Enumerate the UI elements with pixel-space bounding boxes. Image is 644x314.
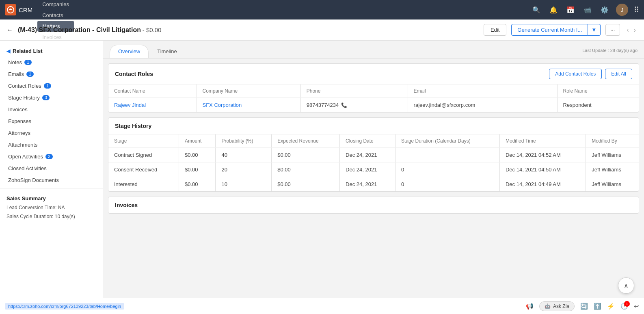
invoices-title: Invoices — [115, 202, 138, 208]
tabs-bar: Overview Timeline Last Update : 28 day(s… — [103, 41, 644, 58]
tab-timeline[interactable]: Timeline — [149, 45, 186, 58]
nav-item-contacts[interactable]: Contacts — [37, 10, 74, 21]
refresh-icon[interactable]: 🔄 — [580, 303, 588, 310]
related-list-heading[interactable]: ◀ Related List — [0, 44, 103, 56]
record-link[interactable]: SFX Corporation — [203, 102, 242, 108]
table-cell: Consent Received — [108, 162, 179, 177]
sidebar-item-expenses[interactable]: Expenses — [0, 115, 103, 127]
phone-cell: 98743774234📞 — [307, 102, 402, 108]
col-header-company-name: Company Name — [197, 84, 300, 98]
sidebar-item-invoices[interactable]: Invoices — [0, 104, 103, 115]
table-cell: Dec 24, 2021 — [340, 177, 395, 192]
sh-col-header-stage-duration-calendar-days-: Stage Duration (Calendar Days) — [395, 134, 499, 148]
calendar-icon[interactable]: 📅 — [565, 4, 576, 15]
table-cell: Dec 14, 2021 04:52 AM — [499, 148, 586, 162]
sh-col-header-expected-revenue: Expected Revenue — [272, 134, 340, 148]
table-row: Rajeev JindalSFX Corporation98743774234📞… — [108, 98, 639, 113]
scroll-top-button[interactable]: ∧ — [618, 277, 634, 294]
sh-col-header-modified-by: Modified By — [586, 134, 639, 148]
back-button[interactable]: ← — [6, 26, 13, 34]
contact-roles-header-row: Contact NameCompany NamePhoneEmailRole N… — [108, 84, 639, 98]
table-cell: Contract Signed — [108, 148, 179, 162]
generate-dropdown-button[interactable]: ▼ — [588, 24, 600, 36]
video-icon[interactable]: 📹 — [582, 4, 593, 15]
sh-col-header-closing-date: Closing Date — [340, 134, 395, 148]
page-title: (M-43) SFX Corporation - Civil Litigatio… — [18, 26, 161, 34]
notification-icon[interactable]: 🔔 — [548, 4, 559, 15]
invoices-header: Invoices — [108, 197, 639, 213]
sidebar-item-open-activities[interactable]: Open Activities2 — [0, 151, 103, 162]
grid-icon[interactable]: ⠿ — [634, 5, 639, 14]
ask-zia-label: Ask Zia — [553, 303, 569, 309]
badge-contact-roles: 1 — [44, 83, 51, 89]
content-area: Overview Timeline Last Update : 28 day(s… — [103, 41, 644, 314]
url-display: https://crm.zoho.com/crm/org672139223/ta… — [5, 303, 124, 310]
nav-icon-group: 🔍 🔔 📅 📹 ⚙️ J ⠿ — [531, 4, 639, 16]
nav-item-companies[interactable]: Companies — [37, 0, 74, 10]
settings2-icon[interactable]: ⚡ — [607, 303, 615, 310]
stage-history-section: Stage History StageAmountProbability (%)… — [108, 117, 639, 192]
sidebar: ◀ Related List Notes1Emails1Contact Role… — [0, 41, 103, 314]
sidebar-item-attorneys[interactable]: Attorneys — [0, 127, 103, 139]
notification-badge-wrap: 🕐 1 — [620, 303, 628, 310]
ask-zia-button[interactable]: 🤖 Ask Zia — [539, 301, 575, 311]
contact-roles-header: Contact Roles Add Contact Roles Edit All — [108, 64, 639, 84]
sh-col-header-modified-time: Modified Time — [499, 134, 586, 148]
app-logo[interactable]: CRM — [5, 4, 32, 15]
sidebar-item-stage-history[interactable]: Stage History3 — [0, 92, 103, 104]
more-options-button[interactable]: ··· — [605, 24, 620, 36]
settings-icon[interactable]: ⚙️ — [599, 4, 610, 15]
table-cell: Dec 14, 2021 04:49 AM — [499, 177, 586, 192]
sidebar-item-closed-activities[interactable]: Closed Activities — [0, 162, 103, 174]
summary-item: Sales Cycle Duration: 10 day(s) — [0, 212, 103, 221]
sidebar-item-emails[interactable]: Emails1 — [0, 68, 103, 80]
contact-roles-section: Contact Roles Add Contact Roles Edit All… — [108, 63, 639, 113]
prev-record-button[interactable]: ‹ — [625, 26, 630, 35]
main-layout: ◀ Related List Notes1Emails1Contact Role… — [0, 41, 644, 314]
user-avatar[interactable]: J — [616, 4, 628, 16]
stage-history-title: Stage History — [115, 123, 151, 129]
speaker-icon[interactable]: 📢 — [526, 303, 534, 310]
sidebar-item-contact-roles[interactable]: Contact Roles1 — [0, 80, 103, 92]
invoices-section: Invoices — [108, 197, 639, 214]
search-icon[interactable]: 🔍 — [531, 4, 542, 15]
bottom-icons: 📢 🤖 Ask Zia 🔄 ⬆️ ⚡ 🕐 1 ↩ — [526, 301, 639, 311]
sh-col-header-stage: Stage — [108, 134, 179, 148]
table-row: Consent Received$0.0020$0.00Dec 24, 2021… — [108, 162, 639, 177]
logo-text: CRM — [19, 6, 32, 13]
table-cell: 0 — [395, 177, 499, 192]
badge-emails: 1 — [26, 71, 34, 77]
sh-col-header-probability-: Probability (%) — [216, 134, 272, 148]
sidebar-item-attachments[interactable]: Attachments — [0, 139, 103, 151]
col-header-phone: Phone — [300, 84, 408, 98]
table-cell: Dec 24, 2021 — [340, 148, 395, 162]
stage-history-header: Stage History — [108, 118, 639, 134]
table-cell: Jeff Williams — [586, 162, 639, 177]
generate-button[interactable]: Generate Current Month I... — [511, 24, 588, 36]
table-cell: Respondent — [557, 98, 639, 113]
sales-summary-heading: Sales Summary — [0, 191, 103, 203]
notification-count: 1 — [624, 301, 630, 307]
phone-icon[interactable]: 📞 — [341, 102, 347, 108]
svg-text:J: J — [621, 7, 624, 13]
add-contact-roles-button[interactable]: Add Contact Roles — [549, 69, 602, 79]
table-cell: Dec 24, 2021 — [340, 162, 395, 177]
share-icon[interactable]: ⬆️ — [594, 303, 601, 310]
next-record-button[interactable]: › — [632, 26, 638, 35]
table-cell: $0.00 — [179, 177, 216, 192]
record-link[interactable]: Rajeev Jindal — [114, 102, 146, 108]
col-header-role-name: Role Name — [557, 84, 639, 98]
sidebar-item-notes[interactable]: Notes1 — [0, 56, 103, 68]
table-cell: $0.00 — [272, 148, 340, 162]
edit-button[interactable]: Edit — [484, 24, 506, 36]
table-cell: $0.00 — [179, 162, 216, 177]
sidebar-item-zohosign-documents[interactable]: ZohoSign Documents — [0, 174, 103, 186]
table-cell: 20 — [216, 162, 272, 177]
tab-overview[interactable]: Overview — [110, 45, 149, 58]
col-header-email: Email — [408, 84, 557, 98]
table-cell: 0 — [395, 162, 499, 177]
table-cell: rajeev.jindal@sfxcorp.com — [408, 98, 557, 113]
edit-all-button[interactable]: Edit All — [605, 69, 632, 79]
table-cell — [395, 148, 499, 162]
history-icon[interactable]: ↩ — [634, 303, 639, 310]
